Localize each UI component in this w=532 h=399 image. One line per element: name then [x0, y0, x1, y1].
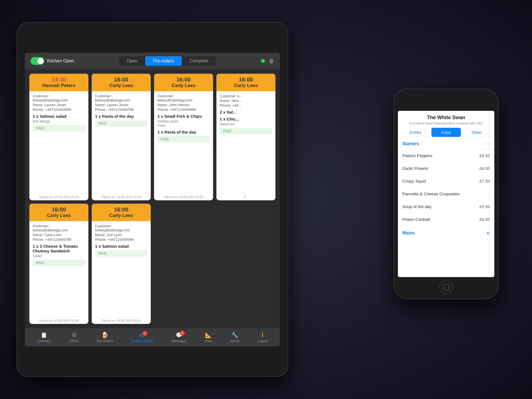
nav-admin[interactable]: 🔧 Admin — [230, 332, 240, 343]
item-name: Crispy Squid — [402, 179, 426, 183]
phone-screen: The White Swan 8-10 Wood Street Wakefiel… — [398, 111, 494, 277]
paid-badge: PAID — [95, 120, 147, 127]
customer-name: Name: Carly Lees — [33, 233, 85, 237]
order-note: Salad — [33, 254, 85, 258]
nav-epos[interactable]: 🖥 EPOS — [69, 332, 78, 343]
order-item: 1 x Salmon salad — [95, 244, 147, 249]
item-name: Soup of the day — [402, 204, 431, 209]
item-price: £5.50 — [479, 204, 490, 209]
order-card[interactable]: 16:00 Carly Lees Customer: kelsey@tabolo… — [92, 74, 151, 200]
card-time: 16:00 — [94, 206, 148, 213]
tab-drinks[interactable]: Drinks — [401, 128, 430, 137]
venue-address: 8-10 Wood Street Wakefield West Yorkshir… — [398, 122, 494, 128]
nav-logout[interactable]: 🚶 Logout — [258, 332, 268, 343]
menu-item-garlic-prawns[interactable]: Garlic Prawns £8.00 — [398, 162, 494, 175]
customer-phone: Phone: +447123458999 — [157, 108, 210, 112]
venue-name: The White Swan — [398, 111, 494, 122]
order-item: 1 x Salmon salad — [33, 114, 85, 119]
card-header: 16:00 Carly Lees — [92, 204, 151, 221]
customer-name: Name: Lauren Jones — [95, 103, 147, 107]
tab-other[interactable]: Other — [462, 128, 492, 137]
order-item: 1 x 3 Cheese & Tomato Chutney Sandwich — [33, 244, 85, 253]
tab-complete[interactable]: Complete — [182, 56, 216, 66]
customer-email: Customer: kelsey@tabology.com — [157, 94, 210, 102]
status-dot — [261, 59, 265, 63]
logout-icon: 🚶 — [259, 332, 266, 338]
order-card[interactable]: 16:00 Carly Lees Customer: kelsey@tabolo… — [154, 74, 213, 200]
menu-item-prawn-cocktail[interactable]: Prawn Cocktail £6.50 — [398, 213, 494, 226]
item-price: £7.50 — [479, 179, 490, 183]
bar-orders-icon: 🍺 — [101, 332, 108, 338]
card-footer: Placed on: 03-06-2024 15:52 — [154, 193, 213, 200]
item-name: Garlic Prawns — [402, 166, 428, 171]
item-price: £6.50 — [479, 153, 490, 158]
card-time: 16:00 — [32, 206, 86, 213]
order-note2: Fries — [157, 123, 210, 127]
topbar-right: 🗑 — [261, 58, 274, 64]
tablet-screen: Kitchen Open Open Pre-orders Complete 🗑 … — [25, 53, 280, 346]
kitchen-open-toggle[interactable] — [30, 57, 44, 65]
card-time: 16:00 — [219, 76, 273, 83]
card-name: Carly Lees — [94, 83, 148, 88]
card-name: Carly Lees — [157, 83, 210, 88]
card-footer: Placed on: 29-05-2024 10:19 — [29, 193, 88, 200]
card-body: Customer: kelsey@tabology.com Name: Laur… — [92, 91, 151, 193]
trash-icon[interactable]: 🗑 — [269, 58, 274, 64]
card-header: 16:00 Carly Lees — [92, 74, 151, 91]
order-card[interactable]: 16:00 Carly Lees Customer: kelsey@tabolo… — [29, 204, 88, 324]
order-card[interactable]: 16:00 Carly Lees Customer: k... Name: St… — [216, 74, 275, 200]
tab-food[interactable]: Food — [431, 128, 461, 137]
customer-name: Name: Lauren Jones — [33, 103, 85, 107]
nav-logout-label: Logout — [258, 339, 268, 343]
menu-item-soup[interactable]: Soup of the day £5.50 — [398, 200, 494, 213]
starters-toggle[interactable]: – — [487, 140, 490, 147]
mains-title: Mains — [402, 231, 415, 236]
customer-email: Customer: kelsey@tabology.com — [95, 224, 147, 232]
item-price: £6.50 — [479, 217, 490, 222]
epos-icon: 🖥 — [71, 332, 77, 338]
nav-admin-label: Admin — [230, 339, 240, 343]
nav-messages[interactable]: 💬 1 Messages — [172, 332, 187, 343]
card-body: Customer: k... Name: Stev... Phone: +44.… — [216, 91, 275, 193]
mains-toggle[interactable]: + — [486, 229, 490, 237]
order-card[interactable]: 14:30 Hannah Peters Customer: kelsey@tab… — [29, 74, 88, 200]
order-card[interactable]: 16:00 Carly Lees Customer: kelsey@tabolo… — [92, 204, 151, 324]
customer-name: Name: Zoe Lyon — [95, 233, 147, 237]
admin-icon: 🔧 — [231, 332, 238, 338]
card-header: 16:00 Carly Lees — [29, 204, 88, 221]
card-name: Carly Lees — [32, 213, 86, 218]
order-note: Hand-cut... — [220, 122, 272, 126]
nav-plan[interactable]: 📐 Plan — [205, 332, 212, 343]
starters-title: Starters — [402, 141, 419, 146]
tablet-device: Kitchen Open Open Pre-orders Complete 🗑 … — [17, 22, 288, 377]
card-name: Hannah Peters — [32, 83, 86, 88]
toggle-container: Kitchen Open — [30, 57, 74, 65]
phone-tabs: Drinks Food Other — [398, 128, 494, 137]
mains-section-header[interactable]: Mains + — [398, 226, 494, 239]
card-footer: Placed on: 03-06-2024 15:49 — [92, 193, 151, 200]
nav-bar-orders[interactable]: 🍺 Bar Orders — [97, 332, 113, 343]
phone-device: The White Swan 8-10 Wood Street Wakefiel… — [393, 89, 499, 299]
card-header: 16:00 Carly Lees — [216, 74, 275, 91]
customer-email: Customer: kelsey@tabology.com — [33, 224, 85, 232]
order-item: 1 x Pasta of the day — [95, 114, 147, 119]
customer-email: Customer: kelsey@tabology.com — [95, 94, 147, 102]
phone-home-button[interactable] — [439, 280, 453, 294]
card-body: Customer: kelsey@tabology.com Name: John… — [154, 91, 213, 193]
menu-item-padron[interactable]: Padron Peppers £6.50 — [398, 149, 494, 162]
tab-preorders[interactable]: Pre-orders — [145, 56, 182, 66]
nav-bar-label: Bar Orders — [97, 339, 113, 343]
starters-section-header[interactable]: Starters – — [398, 137, 494, 149]
item-price: £8.00 — [479, 166, 490, 171]
menu-item-croquettes[interactable]: Pancetta & Cheese Croquettes — [398, 188, 494, 200]
item-name: Pancetta & Cheese Croquettes — [402, 191, 460, 196]
card-header: 16:00 Carly Lees — [154, 74, 213, 91]
nav-kitchen-orders[interactable]: 🍽 2 Kitchen Orders — [131, 332, 154, 343]
menu-item-crispy-squid[interactable]: Crispy Squid £7.50 — [398, 175, 494, 188]
tablet-nav: 📋 Summary 🖥 EPOS 🍺 Bar Orders 🍽 2 Kitche… — [25, 328, 280, 346]
nav-epos-label: EPOS — [69, 339, 78, 343]
tab-open[interactable]: Open — [119, 56, 145, 66]
nav-summary-label: Summary — [37, 339, 51, 343]
nav-summary[interactable]: 📋 Summary — [37, 332, 51, 343]
card-body: Customer: kelsey@tabology.com Name: Laur… — [29, 91, 88, 193]
